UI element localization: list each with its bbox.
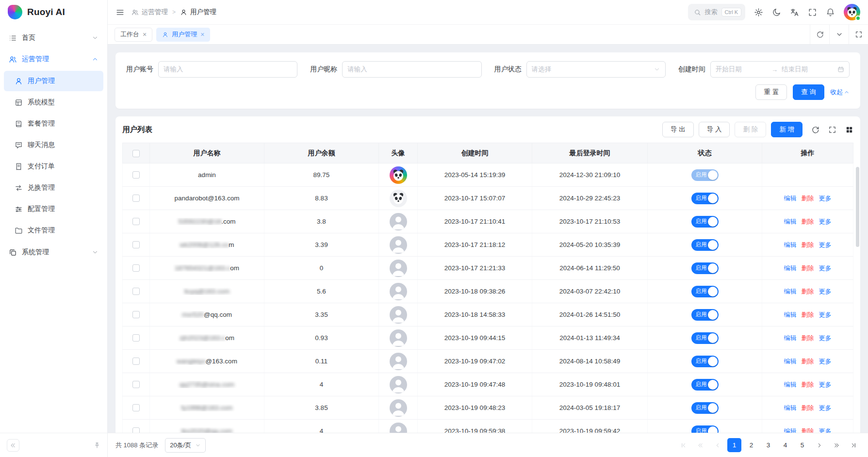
page-size-select[interactable]: 20条/页 [165, 438, 206, 453]
more-link[interactable]: 更多 [819, 264, 832, 273]
prev-page-button[interactable] [710, 438, 724, 452]
user-account-input[interactable]: 请输入 [158, 61, 297, 78]
more-link[interactable]: 更多 [819, 310, 832, 319]
delete-link[interactable]: 删除 [802, 217, 814, 226]
row-checkbox[interactable] [132, 334, 140, 342]
more-link[interactable]: 更多 [819, 241, 832, 249]
delete-link[interactable]: 删除 [802, 241, 814, 249]
select-all-checkbox[interactable] [132, 150, 140, 157]
sidebar-group[interactable]: 系统管理 [4, 242, 103, 263]
table-fullscreen-icon[interactable] [828, 126, 836, 134]
page-number-3[interactable]: 3 [761, 438, 775, 452]
status-switch[interactable]: 启用 [691, 309, 719, 321]
more-link[interactable]: 更多 [819, 427, 832, 433]
edit-link[interactable]: 编辑 [784, 310, 797, 319]
status-switch[interactable]: 启用 [691, 425, 719, 433]
page-number-2[interactable]: 2 [744, 438, 758, 452]
fullscreen-icon[interactable] [808, 8, 817, 17]
row-checkbox[interactable] [132, 381, 140, 388]
row-checkbox[interactable] [132, 195, 140, 202]
page-number-5[interactable]: 5 [795, 438, 809, 452]
delete-link[interactable]: 删除 [802, 380, 814, 389]
delete-button[interactable]: 删 除 [735, 122, 766, 137]
status-switch[interactable]: 启用 [691, 239, 719, 251]
row-checkbox[interactable] [132, 171, 140, 179]
row-checkbox[interactable] [132, 311, 140, 318]
row-checkbox[interactable] [132, 358, 140, 365]
more-link[interactable]: 更多 [819, 357, 832, 366]
more-link[interactable]: 更多 [819, 334, 832, 343]
breadcrumb-item[interactable]: 运营管理 [131, 8, 168, 16]
more-link[interactable]: 更多 [819, 217, 832, 226]
tab[interactable]: 用户管理× [156, 28, 210, 42]
edit-link[interactable]: 编辑 [784, 194, 797, 203]
refresh-table-icon[interactable] [811, 126, 819, 134]
sidebar-item[interactable]: 兑换管理 [4, 178, 103, 198]
delete-link[interactable]: 删除 [802, 264, 814, 273]
settings-gear-icon[interactable] [754, 8, 763, 17]
tab-close-icon[interactable]: × [200, 31, 204, 38]
jump-prev-button[interactable] [693, 438, 707, 452]
breadcrumb-item[interactable]: 用户管理 [180, 8, 216, 16]
dark-mode-moon-icon[interactable] [772, 8, 781, 17]
collapse-sidebar-button[interactable] [7, 439, 19, 452]
status-switch[interactable]: 启用 [691, 286, 719, 297]
sidebar-item[interactable]: 用户管理 [4, 71, 103, 91]
sidebar-item[interactable]: 系统模型 [4, 92, 103, 113]
sidebar-item[interactable]: 聊天消息 [4, 135, 103, 155]
add-button[interactable]: 新 增 [771, 122, 802, 137]
page-number-1[interactable]: 1 [727, 438, 741, 452]
create-time-range-input[interactable]: 开始日期→结束日期 [710, 61, 850, 78]
delete-link[interactable]: 删除 [802, 287, 814, 296]
row-checkbox[interactable] [132, 264, 140, 272]
sidebar-item[interactable]: 文件管理 [4, 220, 103, 241]
next-page-button[interactable] [812, 438, 826, 452]
delete-link[interactable]: 删除 [802, 310, 814, 319]
tab[interactable]: 工作台× [115, 28, 152, 42]
tab-close-icon[interactable]: × [143, 31, 147, 38]
status-switch[interactable]: 启用 [691, 402, 719, 414]
delete-link[interactable]: 删除 [802, 427, 814, 433]
row-checkbox[interactable] [132, 288, 140, 295]
sidebar-item[interactable]: 配置管理 [4, 199, 103, 219]
status-switch[interactable]: 启用 [691, 169, 719, 181]
delete-link[interactable]: 删除 [802, 404, 814, 412]
edit-link[interactable]: 编辑 [784, 357, 797, 366]
sidebar-item[interactable]: 支付订单 [4, 156, 103, 177]
query-button[interactable]: 查 询 [793, 84, 824, 100]
edit-link[interactable]: 编辑 [784, 241, 797, 249]
global-search[interactable]: 搜索 Ctrl K [688, 4, 746, 20]
edit-link[interactable]: 编辑 [784, 334, 797, 343]
export-button[interactable]: 导 出 [662, 122, 694, 137]
refresh-page-button[interactable] [810, 25, 829, 44]
status-switch[interactable]: 启用 [691, 193, 719, 204]
delete-link[interactable]: 删除 [802, 357, 814, 366]
notifications-bell-icon[interactable] [826, 8, 835, 17]
delete-link[interactable]: 删除 [802, 334, 814, 343]
row-checkbox[interactable] [132, 241, 140, 248]
status-switch[interactable]: 启用 [691, 332, 719, 344]
hamburger-menu-icon[interactable] [115, 8, 125, 17]
edit-link[interactable]: 编辑 [784, 380, 797, 389]
more-link[interactable]: 更多 [819, 404, 832, 412]
status-switch[interactable]: 启用 [691, 262, 719, 274]
more-link[interactable]: 更多 [819, 380, 832, 389]
reset-button[interactable]: 重 置 [755, 84, 787, 100]
delete-link[interactable]: 删除 [802, 194, 814, 203]
jump-next-button[interactable] [829, 438, 843, 452]
column-settings-icon[interactable] [845, 126, 853, 134]
last-page-button[interactable] [846, 438, 860, 452]
row-checkbox[interactable] [132, 218, 140, 225]
sidebar-group[interactable]: 首页 [4, 27, 103, 49]
edit-link[interactable]: 编辑 [784, 264, 797, 273]
sidebar-item[interactable]: 套餐管理 [4, 114, 103, 134]
edit-link[interactable]: 编辑 [784, 427, 797, 433]
vertical-scrollbar[interactable] [856, 167, 859, 247]
import-button[interactable]: 导 入 [699, 122, 730, 137]
user-nickname-input[interactable]: 请输入 [342, 61, 481, 78]
language-translate-icon[interactable] [790, 8, 799, 17]
sidebar-group[interactable]: 运营管理 [4, 49, 103, 70]
edit-link[interactable]: 编辑 [784, 217, 797, 226]
pin-sidebar-button[interactable] [94, 442, 100, 449]
more-link[interactable]: 更多 [819, 287, 832, 296]
